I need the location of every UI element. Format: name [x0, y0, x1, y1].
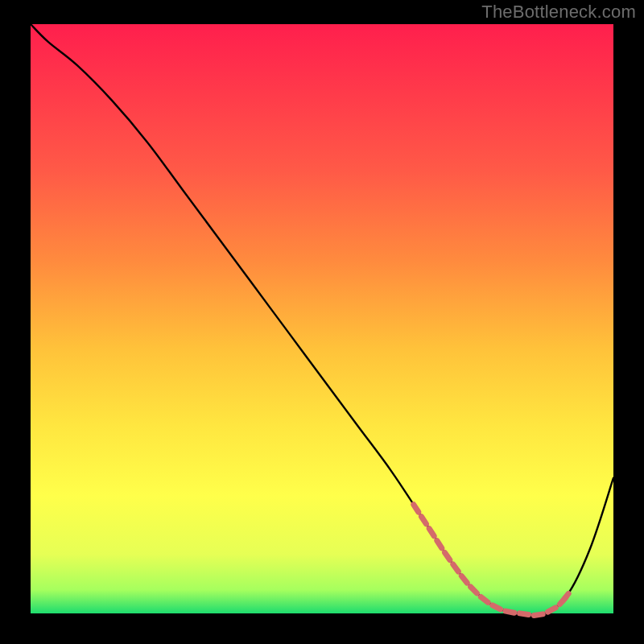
highlight-dash: [520, 613, 529, 615]
bottleneck-chart: [0, 0, 644, 644]
highlight-dash: [548, 608, 556, 612]
heat-gradient: [31, 24, 613, 613]
highlight-dash: [506, 611, 514, 613]
highlight-dash: [534, 614, 543, 616]
watermark-text: TheBottleneck.com: [481, 2, 636, 23]
highlight-dash: [493, 605, 501, 609]
chart-container: TheBottleneck.com: [0, 0, 644, 644]
